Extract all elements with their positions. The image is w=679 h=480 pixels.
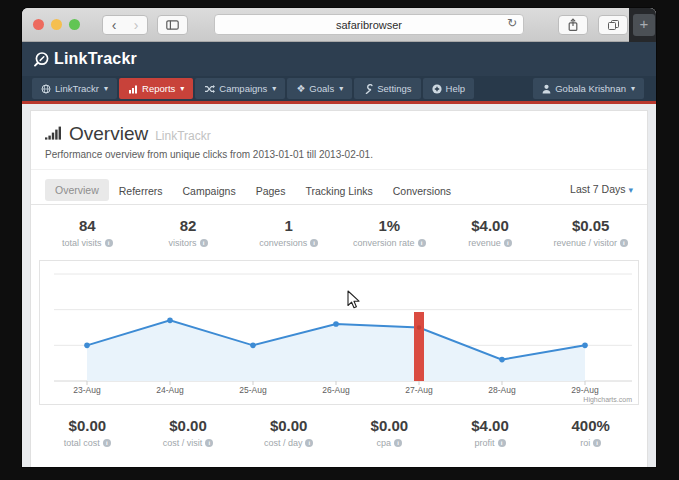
new-tab-button[interactable]: + <box>633 14 655 36</box>
share-button[interactable] <box>558 15 588 35</box>
svg-text:27-Aug: 27-Aug <box>405 385 433 395</box>
main-navigation: LinkTrackr▾Reports▾Campaigns▾❖Goals▾Sett… <box>22 76 656 101</box>
nav-item-settings[interactable]: Settings <box>354 78 420 99</box>
stat-profit: $4.00profiti <box>440 417 541 448</box>
svg-text:25-Aug: 25-Aug <box>239 385 267 395</box>
page-background: Overview LinkTrackr Performance overview… <box>22 104 656 467</box>
traffic-lights <box>33 19 80 30</box>
stat-roi: 400%roii <box>540 417 641 448</box>
tab-referrers[interactable]: Referrers <box>109 180 173 204</box>
chevron-down-icon: ▾ <box>631 84 635 93</box>
stat-value: $0.00 <box>37 417 138 434</box>
nav-item-reports[interactable]: Reports▾ <box>119 78 193 99</box>
info-icon[interactable]: i <box>105 239 113 247</box>
tab-tracking-links[interactable]: Tracking Links <box>295 180 382 204</box>
sidebar-toggle-button[interactable] <box>157 15 188 35</box>
app-header: LinkTrackr <box>22 42 656 76</box>
stats-row-bottom: $0.00total costi$0.00cost / visiti$0.00c… <box>31 405 647 458</box>
forward-button[interactable]: › <box>125 16 147 34</box>
tab-campaigns[interactable]: Campaigns <box>173 180 246 204</box>
stat-label: revenuei <box>440 238 541 248</box>
info-icon[interactable]: i <box>620 239 628 247</box>
stat-label: revenue / visitori <box>540 238 641 248</box>
info-icon[interactable]: i <box>205 439 213 447</box>
nav-item-label: Reports <box>142 83 175 94</box>
info-icon[interactable]: i <box>498 439 506 447</box>
title-block: Overview LinkTrackr Performance overview… <box>31 111 647 170</box>
info-icon[interactable]: i <box>504 239 512 247</box>
zoom-window-icon[interactable] <box>69 19 80 30</box>
stat-label: total visitsi <box>37 238 138 248</box>
reload-icon[interactable]: ↻ <box>507 16 517 30</box>
nav-item-goals[interactable]: ❖Goals▾ <box>287 78 352 99</box>
stat-label: profiti <box>440 438 541 448</box>
stat-cost-day: $0.00cost / dayi <box>238 417 339 448</box>
svg-text:24-Aug: 24-Aug <box>156 385 184 395</box>
info-icon[interactable]: i <box>394 439 402 447</box>
page-title-suffix: LinkTrackr <box>155 129 211 143</box>
stat-revenue-visitor: $0.05revenue / visitori <box>540 217 641 248</box>
user-icon <box>542 84 551 94</box>
stat-label: cost / dayi <box>238 438 339 448</box>
share-icon <box>567 18 579 32</box>
stat-value: $4.00 <box>440 417 541 434</box>
close-window-icon[interactable] <box>33 19 44 30</box>
nav-item-label: Help <box>446 83 466 94</box>
stat-conversions: 1conversionsi <box>238 217 339 248</box>
linktrackr-logo-icon <box>33 51 50 68</box>
stat-value: 400% <box>540 417 641 434</box>
info-icon[interactable]: i <box>310 239 318 247</box>
user-menu[interactable]: Gobala Krishnan▾ <box>533 78 644 99</box>
stat-value: 1 <box>238 217 339 234</box>
sidebar-icon <box>166 20 179 30</box>
shuffle-icon <box>204 84 215 94</box>
visits-chart[interactable]: 23-Aug24-Aug25-Aug26-Aug27-Aug28-Aug29-A… <box>40 261 640 404</box>
tab-conversions[interactable]: Conversions <box>383 180 461 204</box>
stat-value: $0.00 <box>238 417 339 434</box>
stat-value: 84 <box>37 217 138 234</box>
newtab-segment: + <box>629 8 656 42</box>
info-icon[interactable]: i <box>305 439 313 447</box>
stat-value: $0.00 <box>138 417 239 434</box>
info-icon[interactable]: i <box>593 439 601 447</box>
stats-bars-icon <box>45 125 62 140</box>
info-icon[interactable]: i <box>200 239 208 247</box>
nav-item-help[interactable]: Help <box>423 78 475 99</box>
stat-label: cost / visiti <box>138 438 239 448</box>
chevron-down-icon: ▾ <box>272 84 276 93</box>
svg-text:23-Aug: 23-Aug <box>73 385 101 395</box>
plus-circle-icon <box>432 84 442 94</box>
stat-value: 1% <box>339 217 440 234</box>
nav-item-linktrackr[interactable]: LinkTrackr▾ <box>32 78 117 99</box>
app-logo-text: LinkTrackr <box>54 50 137 68</box>
nav-item-label: Settings <box>377 83 411 94</box>
stat-visitors: 82visitorsi <box>138 217 239 248</box>
tabs-overview-icon <box>608 20 619 30</box>
nav-item-label: LinkTrackr <box>55 83 99 94</box>
stat-label: cpai <box>339 438 440 448</box>
address-bar-text: safaribrowser <box>336 19 402 31</box>
show-tabs-button[interactable] <box>598 15 628 35</box>
stat-label: total costi <box>37 438 138 448</box>
date-range-selector[interactable]: Last 7 Days ▾ <box>570 183 633 201</box>
info-icon[interactable]: i <box>418 239 426 247</box>
info-icon[interactable]: i <box>103 439 111 447</box>
stat-revenue: $4.00revenuei <box>440 217 541 248</box>
tab-overview[interactable]: Overview <box>45 179 109 201</box>
back-button[interactable]: ‹ <box>103 16 125 34</box>
stat-cost-visit: $0.00cost / visiti <box>138 417 239 448</box>
user-menu-label: Gobala Krishnan <box>555 83 626 94</box>
stat-value: $0.05 <box>540 217 641 234</box>
app-logo[interactable]: LinkTrackr <box>33 50 137 68</box>
stat-label: roii <box>540 438 641 448</box>
page-title: Overview <box>69 123 148 145</box>
bar-chart-icon <box>128 84 138 94</box>
stat-label: conversionsi <box>238 238 339 248</box>
history-nav-buttons: ‹ › <box>102 15 148 35</box>
address-bar[interactable]: safaribrowser ↻ <box>214 14 524 35</box>
tab-pages[interactable]: Pages <box>246 180 296 204</box>
minimize-window-icon[interactable] <box>51 19 62 30</box>
stat-total-visits: 84total visitsi <box>37 217 138 248</box>
mouse-cursor <box>347 290 361 310</box>
nav-item-campaigns[interactable]: Campaigns▾ <box>195 78 285 99</box>
